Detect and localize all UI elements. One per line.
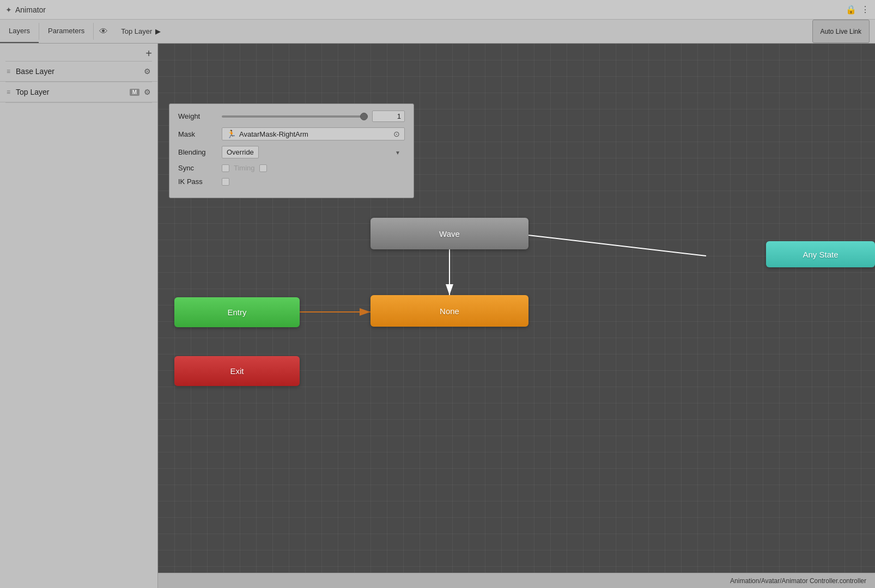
blending-select[interactable]: Override Additive bbox=[222, 146, 259, 158]
canvas-area[interactable]: Weight Mask 🏃 AvatarMask-RightArm ⊙ Blen… bbox=[158, 44, 875, 588]
drag-handle-icon-2: ≡ bbox=[7, 88, 10, 96]
chevron-down-icon: ▼ bbox=[395, 149, 400, 155]
blending-select-wrapper: Override Additive ▼ bbox=[222, 146, 405, 158]
window-title: Animator bbox=[15, 5, 46, 14]
ik-pass-row: IK Pass bbox=[178, 177, 405, 186]
file-path: Animation/Avatar/Animator Controller.con… bbox=[730, 577, 866, 585]
exit-label: Exit bbox=[230, 366, 244, 376]
sync-checkbox-row: Timing bbox=[222, 164, 267, 172]
weight-row: Weight bbox=[178, 111, 405, 122]
entry-node[interactable]: Entry bbox=[174, 297, 300, 327]
layer-item-base[interactable]: ≡ Base Layer ⚙ bbox=[0, 62, 157, 82]
status-bar: Animation/Avatar/Animator Controller.con… bbox=[158, 573, 875, 588]
layer-item-top[interactable]: ≡ Top Layer M ⚙ bbox=[0, 82, 157, 102]
auto-live-link-button[interactable]: Auto Live Link bbox=[812, 20, 870, 43]
ik-pass-checkbox[interactable] bbox=[222, 178, 229, 186]
title-bar-controls: 🔒 ⋮ bbox=[846, 4, 870, 15]
tab-bar: Layers Parameters 👁 Top Layer ▶ Auto Liv… bbox=[0, 20, 875, 44]
base-layer-gear-button[interactable]: ⚙ bbox=[144, 67, 151, 76]
timing-checkbox[interactable] bbox=[259, 164, 267, 172]
main-layout: + ≡ Base Layer ⚙ ≡ Top Layer M ⚙ Weight bbox=[0, 44, 875, 588]
title-bar: ✦ Animator 🔒 ⋮ bbox=[0, 0, 875, 20]
timing-label: Timing bbox=[234, 164, 255, 172]
separator-3 bbox=[5, 102, 152, 103]
none-node[interactable]: None bbox=[370, 295, 528, 327]
base-layer-name: Base Layer bbox=[16, 67, 139, 76]
weight-value-input[interactable] bbox=[372, 111, 405, 122]
animator-icon: ✦ bbox=[5, 5, 12, 14]
mask-avatar-icon: 🏃 bbox=[227, 130, 236, 138]
top-layer-badge: M bbox=[130, 89, 139, 96]
weight-slider[interactable] bbox=[222, 115, 368, 118]
breadcrumb: Top Layer ▶ bbox=[113, 20, 812, 43]
lock-button[interactable]: 🔒 bbox=[846, 4, 856, 15]
any-state-node[interactable]: Any State bbox=[766, 241, 875, 267]
entry-label: Entry bbox=[227, 308, 246, 317]
breadcrumb-item: Top Layer ▶ bbox=[121, 27, 161, 35]
eye-button[interactable]: 👁 bbox=[94, 20, 113, 43]
mask-name: AvatarMask-RightArm bbox=[239, 130, 308, 138]
top-layer-gear-button[interactable]: ⚙ bbox=[144, 88, 151, 96]
add-layer-button[interactable]: + bbox=[145, 48, 152, 59]
layer-settings-panel: Weight Mask 🏃 AvatarMask-RightArm ⊙ Blen… bbox=[169, 103, 414, 198]
breadcrumb-label: Top Layer bbox=[121, 27, 152, 35]
menu-button[interactable]: ⋮ bbox=[861, 4, 870, 15]
exit-node[interactable]: Exit bbox=[174, 356, 300, 386]
any-state-label: Any State bbox=[803, 250, 838, 259]
wave-label: Wave bbox=[439, 229, 460, 238]
drag-handle-icon: ≡ bbox=[7, 68, 10, 75]
mask-label: Mask bbox=[178, 130, 216, 138]
mask-field[interactable]: 🏃 AvatarMask-RightArm ⊙ bbox=[222, 127, 405, 140]
blending-row: Blending Override Additive ▼ bbox=[178, 146, 405, 158]
mask-select-button[interactable]: ⊙ bbox=[393, 130, 400, 138]
top-layer-name: Top Layer bbox=[16, 88, 125, 96]
sync-label: Sync bbox=[178, 164, 216, 172]
ik-pass-label: IK Pass bbox=[178, 177, 216, 186]
wave-node[interactable]: Wave bbox=[370, 218, 528, 249]
weight-slider-wrapper bbox=[222, 111, 405, 122]
tab-parameters[interactable]: Parameters bbox=[39, 20, 93, 43]
blending-label: Blending bbox=[178, 148, 216, 156]
sidebar: + ≡ Base Layer ⚙ ≡ Top Layer M ⚙ bbox=[0, 44, 158, 588]
weight-label: Weight bbox=[178, 112, 216, 120]
sync-row: Sync Timing bbox=[178, 164, 405, 172]
none-label: None bbox=[440, 307, 459, 316]
breadcrumb-arrow: ▶ bbox=[155, 27, 161, 35]
arrow-any-state-to-wave bbox=[528, 235, 706, 256]
sync-checkbox[interactable] bbox=[222, 164, 229, 172]
tab-layers[interactable]: Layers bbox=[0, 20, 39, 43]
mask-row: Mask 🏃 AvatarMask-RightArm ⊙ bbox=[178, 127, 405, 140]
